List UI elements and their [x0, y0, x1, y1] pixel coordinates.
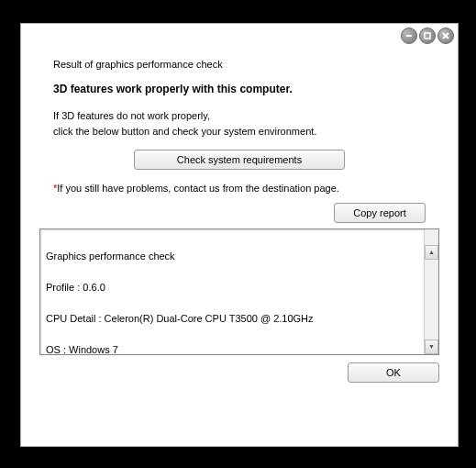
titlebar — [21, 24, 458, 46]
svg-rect-1 — [425, 33, 430, 39]
check-button-row: Check system requirements — [53, 150, 426, 170]
report-line: Profile : 0.6.0 — [46, 280, 433, 295]
minimize-icon — [404, 31, 414, 40]
minimize-button[interactable] — [401, 28, 417, 44]
result-heading: Result of graphics performance check — [53, 59, 426, 70]
dialog-window: Result of graphics performance check 3D … — [20, 23, 459, 447]
report-line: OS : Windows 7 — [46, 342, 433, 355]
result-headline: 3D features work properly with this comp… — [53, 83, 426, 95]
maximize-icon — [423, 31, 432, 40]
copy-button-row: Copy report — [53, 203, 426, 223]
scrollbar[interactable]: ▲ ▼ — [424, 229, 438, 354]
ok-button-row: OK — [53, 362, 439, 383]
scroll-track[interactable] — [425, 244, 438, 340]
ok-button[interactable]: OK — [348, 362, 439, 383]
report-line: CPU Detail : Celeron(R) Dual-Core CPU T3… — [46, 311, 433, 327]
result-subtext: If 3D features do not work properly, cli… — [53, 108, 426, 139]
copy-report-button[interactable]: Copy report — [334, 203, 426, 223]
close-button[interactable] — [437, 28, 454, 44]
close-icon — [441, 31, 450, 40]
dialog-content: Result of graphics performance check 3D … — [21, 46, 458, 387]
subtext-line2: click the below button and check your sy… — [53, 126, 316, 137]
report-line: Graphics performance check — [46, 249, 433, 264]
chevron-down-icon: ▼ — [428, 342, 435, 352]
contact-message: If you still have problems, contact us f… — [57, 183, 339, 194]
subtext-line1: If 3D features do not work properly, — [53, 110, 210, 121]
report-textarea[interactable]: Graphics performance check Profile : 0.6… — [39, 228, 439, 355]
contact-text: *If you still have problems, contact us … — [53, 183, 426, 194]
maximize-button[interactable] — [419, 28, 436, 44]
check-requirements-button[interactable]: Check system requirements — [134, 150, 345, 170]
scroll-down-button[interactable]: ▼ — [425, 340, 438, 354]
